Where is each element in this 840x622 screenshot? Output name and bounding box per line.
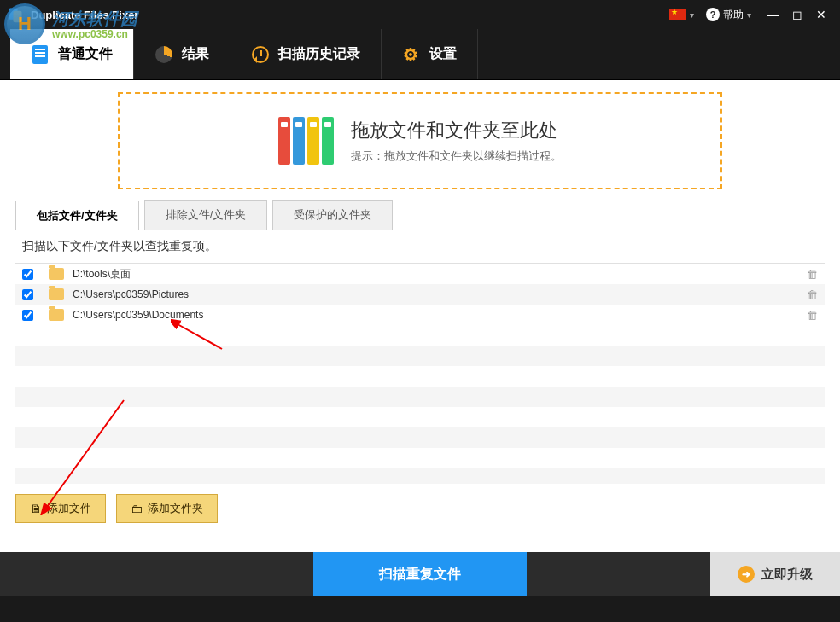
scan-button-label: 扫描重复文件	[379, 566, 461, 584]
file-list: D:\tools\桌面 🗑 C:\Users\pc0359\Pictures 🗑…	[15, 264, 825, 484]
tab-settings[interactable]: ⚙ 设置	[382, 29, 478, 79]
watermark-url: www.pc0359.cn	[52, 28, 137, 40]
help-caret-icon: ▾	[747, 10, 751, 20]
gear-icon: ⚙	[402, 45, 421, 64]
scan-button[interactable]: 扫描重复文件	[313, 552, 527, 596]
sub-tabs: 包括文件/文件夹 排除文件/文件夹 受保护的文件夹	[15, 200, 825, 230]
list-item[interactable]: D:\tools\桌面 🗑	[15, 264, 825, 284]
help-label: 帮助	[723, 8, 744, 22]
item-path: C:\Users\pc0359\Pictures	[73, 288, 807, 300]
subtab-exclude[interactable]: 排除文件/文件夹	[144, 200, 268, 230]
trash-icon[interactable]: 🗑	[807, 268, 818, 281]
add-file-button[interactable]: 🗎 添加文件	[15, 494, 106, 523]
help-icon: ?	[706, 8, 720, 21]
list-item[interactable]: C:\Users\pc0359\Documents 🗑	[15, 305, 825, 325]
scan-section-header: 扫描以下文件/文件夹以查找重复项。	[15, 230, 825, 264]
watermark-logo: H	[4, 3, 45, 44]
dropzone-hint: 提示：拖放文件和文件夹以继续扫描过程。	[351, 148, 562, 164]
tab-label: 结果	[182, 45, 209, 63]
trash-icon[interactable]: 🗑	[807, 309, 818, 322]
upgrade-button[interactable]: ➜ 立即升级	[710, 552, 840, 596]
minimize-button[interactable]: —	[761, 3, 785, 26]
history-icon	[251, 45, 270, 64]
folder-icon	[49, 309, 64, 321]
folder-icon	[49, 288, 64, 300]
item-path: C:\Users\pc0359\Documents	[73, 309, 807, 321]
language-flag-icon[interactable]	[669, 9, 686, 20]
add-file-label: 添加文件	[47, 501, 91, 516]
folder-outline-icon: 🗀	[131, 502, 143, 515]
item-checkbox[interactable]	[22, 289, 33, 300]
doc-icon	[31, 45, 50, 64]
watermark-overlay: H 河东软件园 www.pc0359.cn	[0, 0, 171, 47]
maximize-button[interactable]: ◻	[785, 3, 809, 26]
tab-label: 设置	[429, 45, 457, 63]
drop-zone[interactable]: 拖放文件和文件夹至此处 提示：拖放文件和文件夹以继续扫描过程。	[118, 92, 722, 189]
trash-icon[interactable]: 🗑	[807, 288, 818, 301]
list-item[interactable]: C:\Users\pc0359\Pictures 🗑	[15, 284, 825, 305]
help-menu[interactable]: ? 帮助 ▾	[706, 8, 751, 22]
content-area: 拖放文件和文件夹至此处 提示：拖放文件和文件夹以继续扫描过程。 包括文件/文件夹…	[0, 80, 840, 552]
subtab-protected[interactable]: 受保护的文件夹	[272, 200, 393, 230]
binders-icon	[278, 117, 334, 165]
bottom-bar: 扫描重复文件 ➜ 立即升级	[0, 552, 840, 596]
upgrade-button-label: 立即升级	[761, 567, 813, 583]
language-caret-icon[interactable]: ▾	[690, 10, 694, 20]
item-checkbox[interactable]	[22, 310, 33, 321]
file-icon: 🗎	[30, 502, 42, 515]
tab-label: 扫描历史记录	[278, 45, 360, 63]
subtab-include[interactable]: 包括文件/文件夹	[15, 201, 139, 230]
arrow-right-icon: ➜	[738, 566, 755, 583]
add-folder-label: 添加文件夹	[148, 501, 203, 516]
close-button[interactable]: ✕	[809, 3, 833, 26]
tab-label: 普通文件	[58, 45, 113, 63]
item-path: D:\tools\桌面	[73, 267, 807, 282]
item-checkbox[interactable]	[22, 269, 33, 280]
add-buttons-row: 🗎 添加文件 🗀 添加文件夹	[15, 484, 825, 523]
watermark-cn: 河东软件园	[52, 8, 137, 31]
pie-icon	[155, 45, 173, 64]
dropzone-heading: 拖放文件和文件夹至此处	[351, 118, 562, 143]
folder-icon	[49, 268, 64, 280]
add-folder-button[interactable]: 🗀 添加文件夹	[116, 494, 218, 523]
tab-history[interactable]: 扫描历史记录	[230, 29, 382, 79]
